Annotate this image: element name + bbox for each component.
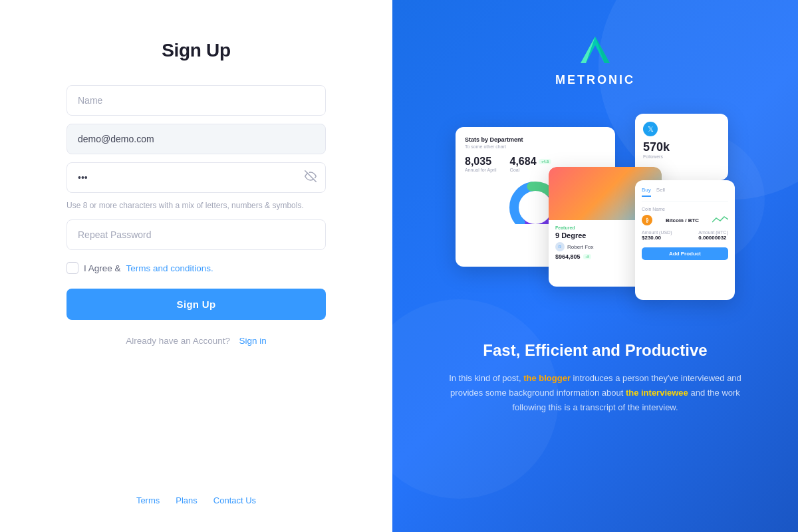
coin-name-label: Coin Name xyxy=(642,207,728,211)
footer-contact[interactable]: Contact Us xyxy=(213,495,256,505)
footer-links: Terms Plans Contact Us xyxy=(136,495,256,505)
buy-tab[interactable]: Buy xyxy=(642,187,651,197)
already-account-text: Already have an Account? xyxy=(126,336,230,346)
featured-price: $964,805 xyxy=(555,253,581,260)
repeat-password-wrapper xyxy=(66,219,326,250)
amount-btc-label: Amount (BTC) xyxy=(698,230,728,235)
tagline: Fast, Efficient and Productive xyxy=(436,340,755,360)
sell-tab[interactable]: Sell xyxy=(656,187,665,197)
desc-highlight-blogger: the blogger xyxy=(523,373,573,383)
eye-icon[interactable] xyxy=(305,170,317,185)
signin-row: Already have an Account? Sign in xyxy=(66,334,326,346)
coin-name: Bitcoin / BTC xyxy=(666,217,699,223)
product-card: Buy Sell Coin Name ₿ Bitcoin / BTC Amoun… xyxy=(635,180,735,300)
brand-logo: METRONIC xyxy=(555,33,635,87)
footer-plans[interactable]: Plans xyxy=(176,495,198,505)
brand-name: METRONIC xyxy=(555,73,635,87)
twitter-followers: 570k xyxy=(643,140,720,154)
name-input[interactable] xyxy=(66,85,326,116)
stats-card-title: Stats by Department xyxy=(465,136,606,143)
signup-form-container: Sign Up Use 8 or more characters with a … xyxy=(66,40,326,346)
signin-link[interactable]: Sign in xyxy=(239,336,266,346)
twitter-icon: 𝕏 xyxy=(643,122,658,136)
terms-label: I Agree & xyxy=(84,263,121,273)
stat-label-2: Goal xyxy=(509,168,551,172)
page-title: Sign Up xyxy=(162,40,231,61)
desc-text-1: In this kind of post, xyxy=(449,373,521,383)
featured-author: Robert Fox xyxy=(567,244,594,250)
signup-form: Use 8 or more characters with a mix of l… xyxy=(66,85,326,346)
bitcoin-icon: ₿ xyxy=(642,215,652,225)
dashboard-mockup: Stats by Department To some other chart … xyxy=(456,114,735,313)
stat-label-1: Annual for April xyxy=(465,168,496,172)
terms-row: I Agree & Terms and conditions. xyxy=(66,262,326,274)
featured-price-badge: +8 xyxy=(583,254,592,259)
right-panel: METRONIC Stats by Department To some oth… xyxy=(392,0,798,532)
terms-link[interactable]: Terms and conditions. xyxy=(126,263,213,273)
add-product-button[interactable]: Add Product xyxy=(642,247,728,260)
signup-button[interactable]: Sign Up xyxy=(66,289,326,320)
stat-num-1: 8,035 xyxy=(465,156,496,168)
right-bottom: Fast, Efficient and Productive In this k… xyxy=(436,340,755,415)
password-wrapper xyxy=(66,162,326,193)
desc-highlight-interviewee: the interviewee xyxy=(626,388,691,398)
twitter-label: Followers xyxy=(643,154,720,159)
amount-usd-label: Amount (USD) xyxy=(642,230,672,235)
amount-usd-value: $230.00 xyxy=(642,235,672,241)
amount-btc-value: 0.00000032 xyxy=(698,235,728,241)
terms-checkbox[interactable] xyxy=(66,262,78,274)
featured-avatar: R xyxy=(555,242,565,251)
footer-terms[interactable]: Terms xyxy=(136,495,160,505)
password-hint: Use 8 or more characters with a mix of l… xyxy=(66,201,326,210)
metronic-logo-icon xyxy=(575,33,615,66)
stat-num-2: 4,684 xyxy=(509,156,536,168)
repeat-password-input[interactable] xyxy=(66,219,326,250)
stats-card-sub: To some other chart xyxy=(465,144,606,149)
email-input[interactable] xyxy=(66,124,326,154)
stat-badge-2: +4.5 xyxy=(539,159,552,164)
left-panel: Sign Up Use 8 or more characters with a … xyxy=(0,0,392,532)
description: In this kind of post, the blogger introd… xyxy=(436,371,755,415)
password-input[interactable] xyxy=(66,162,326,193)
